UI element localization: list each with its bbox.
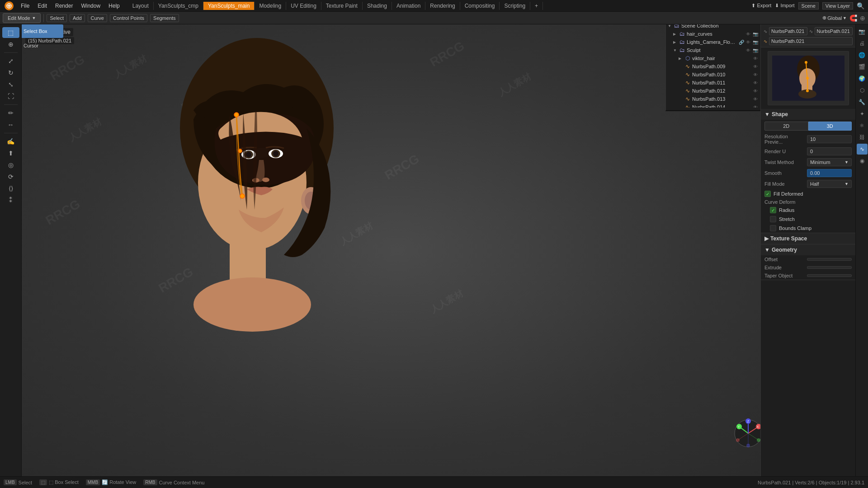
prop-tab-particles[interactable]: ✦ [857,108,868,119]
prop-tab-scene[interactable]: 🎬 [857,61,868,72]
data-name-field[interactable]: NurbsPath.021 [769,37,853,45]
tool-transform[interactable]: ⛶ [2,91,19,102]
prop-tab-constraints[interactable]: ⛓ [857,132,868,143]
tool-radius[interactable]: ◎ [2,160,19,170]
tool-annotate[interactable]: ✏ [2,108,19,118]
import-btn[interactable]: ⬇ Import [775,3,794,9]
object-selector-1[interactable]: NurbsPath.021 [769,27,807,35]
fill-mode-value[interactable]: Half ▼ [807,180,852,188]
prop-tab-physics[interactable]: ⚛ [857,120,868,131]
workspace-uv-editing[interactable]: UV Editing [286,2,321,10]
menu-render[interactable]: Render [52,2,76,10]
tool-extrude[interactable]: ⬆ [2,148,19,159]
tool-select-box[interactable]: ⬚ [2,27,19,38]
workspace-rendering[interactable]: Rendering [425,2,460,10]
eye-icon-011[interactable]: 👁 [752,80,759,85]
render-icon-lights[interactable]: 📷 [752,40,759,45]
tool-rotate[interactable]: ↻ [2,67,19,78]
render-u-value[interactable]: 0 [807,147,852,155]
eye-icon-012[interactable]: 👁 [752,89,759,94]
workspace-yansculpts-main[interactable]: YanSculpts_main [203,2,255,10]
extrude-value[interactable] [807,266,852,269]
eye-icon-lights[interactable]: 👁 [745,40,751,45]
render-icon-hair[interactable]: 📷 [752,32,759,37]
eye-icon-010[interactable]: 👁 [752,72,759,77]
view-layer-selector[interactable]: View Layer [822,2,853,9]
outliner-nurbs013[interactable]: ∿ NurbsPath.013 👁 [666,95,760,103]
snap-icon[interactable]: 🧲 [849,14,857,22]
tool-shear[interactable]: ⟨⟩ [2,183,19,194]
workspace-layout[interactable]: Layout [128,2,154,10]
geometry-section-header[interactable]: ▼ Geometry [761,244,855,255]
eye-icon-hair[interactable]: 👁 [745,32,751,37]
outliner-hair-curves[interactable]: ▶ 🗂 hair_curves 👁 📷 [666,30,760,38]
transform-orientation[interactable]: ⊕ Global ▼ [822,15,847,21]
bounds-clamp-row[interactable]: Bounds Clamp [761,224,855,233]
outliner-nurbs011[interactable]: ∿ NurbsPath.011 👁 [666,79,760,87]
stretch-checkbox[interactable] [770,216,776,222]
control-points-menu[interactable]: Control Points [110,14,147,22]
texture-space-header[interactable]: ▶ Texture Space [761,233,855,244]
scene-selector[interactable]: Scene [798,2,819,9]
outliner-nurbs009[interactable]: ∿ NurbsPath.009 👁 [666,62,760,70]
menu-help[interactable]: Help [105,2,123,10]
object-selector-2[interactable]: NurbsPath.021 [815,27,853,35]
tool-scale[interactable]: ⤡ [2,79,19,90]
resolution-preview-value[interactable]: 10 [807,135,852,143]
outliner-viktor-hair[interactable]: ▶ ⬡ viktor_hair 👁 [666,54,760,62]
prop-tab-view-layer[interactable]: 🌐 [857,50,868,61]
bounds-clamp-checkbox[interactable] [770,225,776,231]
tool-cursor[interactable]: ⊕ [2,39,19,50]
fill-deformed-row[interactable]: ✓ Fill Deformed [761,189,855,198]
tool-measure[interactable]: ↔ [2,119,19,130]
btn-3d[interactable]: 3D [808,122,852,131]
workspace-shading[interactable]: Shading [363,2,392,10]
workspace-modeling[interactable]: Modeling [255,2,286,10]
viewport-3d[interactable]: RRCG 人人素材 RRCG 人人素材 RRCG RRCG 人人素材 RRCG … [22,24,773,476]
radius-checkbox[interactable]: ✓ [770,207,776,213]
prop-tab-modifier[interactable]: 🔧 [857,97,868,108]
blender-logo[interactable] [5,1,14,10]
menu-window[interactable]: Window [77,2,104,10]
menu-edit[interactable]: Edit [34,2,51,10]
outliner-nurbs014[interactable]: ∿ NurbsPath.014 👁 [666,103,760,108]
eye-icon-viktor[interactable]: 👁 [752,56,759,61]
select-menu[interactable]: Select [47,14,67,22]
workspace-yansculpts-cmp[interactable]: YanSculpts_cmp [154,2,203,10]
fill-deformed-checkbox[interactable]: ✓ [764,191,771,197]
prop-tab-output[interactable]: 🖨 [857,38,868,49]
smooth-value[interactable]: 0.00 [807,169,852,177]
shape-section-header[interactable]: ▼ Shape [761,109,855,120]
prop-tab-data[interactable]: ∿ [857,144,868,155]
menu-file[interactable]: File [17,2,33,10]
workspace-texture-paint[interactable]: Texture Paint [321,2,363,10]
eye-icon-014[interactable]: 👁 [752,105,759,108]
tool-tilt[interactable]: ⟳ [2,171,19,182]
outliner-nurbs012[interactable]: ∿ NurbsPath.012 👁 [666,87,760,95]
tool-randomize[interactable]: ⁑ [2,195,19,206]
segments-menu[interactable]: Segments [150,14,179,22]
stretch-row[interactable]: Stretch [761,215,855,224]
outliner-nurbs010[interactable]: ∿ NurbsPath.010 👁 [666,70,760,79]
export-btn[interactable]: ⬆ Export [751,3,771,9]
btn-2d[interactable]: 2D [764,122,808,131]
workspace-compositing[interactable]: Compositing [460,2,500,10]
curve-menu[interactable]: Curve [88,14,107,22]
curve-deform-radius-row[interactable]: ✓ Radius [761,206,855,215]
add-menu[interactable]: Add [70,14,85,22]
search-icon[interactable]: 🔍 [857,2,864,9]
render-icon-sculpt[interactable]: 📷 [752,48,759,53]
orientation-gizmo[interactable]: X Y Z [732,418,764,449]
eye-icon-009[interactable]: 👁 [752,64,759,69]
workspace-scripting[interactable]: Scripting [500,2,530,10]
eye-icon-013[interactable]: 👁 [752,97,759,102]
eye-icon-sculpt[interactable]: 👁 [745,48,751,53]
taper-object-value[interactable] [807,274,852,277]
offset-value[interactable] [807,258,852,261]
twist-method-value[interactable]: Minimum ▼ [807,158,852,166]
prop-tab-render[interactable]: 📷 [857,26,868,37]
prop-tab-material[interactable]: ◉ [857,155,868,166]
tool-draw[interactable]: ✍ [2,136,19,147]
workspace-add[interactable]: + [530,2,543,10]
edit-mode-selector[interactable]: Edit Mode ▼ [3,13,41,23]
